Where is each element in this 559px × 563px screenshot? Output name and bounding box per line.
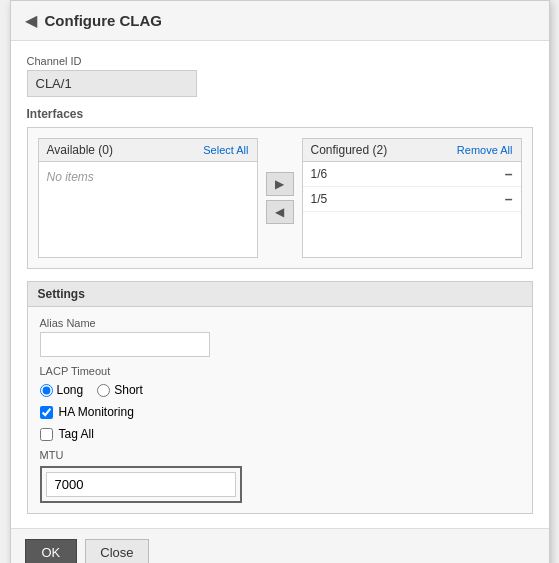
settings-section: Settings Alias Name LACP Timeout Long Sh…: [27, 281, 533, 514]
lacp-long-radio[interactable]: [40, 384, 53, 397]
ha-monitoring-text: HA Monitoring: [59, 405, 134, 419]
settings-body: Alias Name LACP Timeout Long Short: [28, 307, 532, 513]
ok-button[interactable]: OK: [25, 539, 78, 563]
close-button[interactable]: Close: [85, 539, 148, 563]
configured-item-name: 1/6: [311, 167, 328, 181]
select-all-button[interactable]: Select All: [203, 144, 248, 156]
configured-item-name: 1/5: [311, 192, 328, 206]
dialog-header: ◀ Configure CLAG: [11, 1, 549, 41]
remove-all-button[interactable]: Remove All: [457, 144, 513, 156]
configured-items-list: 1/6 – 1/5 –: [303, 162, 521, 212]
tag-all-label[interactable]: Tag All: [40, 427, 520, 441]
lacp-short-radio-label[interactable]: Short: [97, 383, 143, 397]
available-panel-body: No items: [39, 162, 257, 252]
lacp-long-label: Long: [57, 383, 84, 397]
configure-clag-dialog: ◀ Configure CLAG Channel ID Interfaces A…: [10, 0, 550, 563]
configured-item-remove[interactable]: –: [505, 191, 513, 207]
interfaces-container: Available (0) Select All No items ▶ ◀ Co…: [27, 127, 533, 269]
no-items-text: No items: [47, 170, 94, 184]
mtu-input-wrapper: [40, 466, 242, 503]
transfer-buttons: ▶ ◀: [266, 172, 294, 224]
lacp-timeout-radio-group: Long Short: [40, 383, 520, 397]
ha-monitoring-checkbox[interactable]: [40, 406, 53, 419]
available-panel: Available (0) Select All No items: [38, 138, 258, 258]
configured-item: 1/5 –: [303, 187, 521, 212]
alias-name-label: Alias Name: [40, 317, 520, 329]
tag-all-text: Tag All: [59, 427, 94, 441]
dialog-footer: OK Close: [11, 528, 549, 563]
available-panel-title: Available (0): [47, 143, 113, 157]
lacp-long-radio-label[interactable]: Long: [40, 383, 84, 397]
mtu-label: MTU: [40, 449, 520, 461]
dialog-body: Channel ID Interfaces Available (0) Sele…: [11, 41, 549, 528]
configured-panel-header: Configured (2) Remove All: [303, 139, 521, 162]
configured-item-remove[interactable]: –: [505, 166, 513, 182]
lacp-timeout-label: LACP Timeout: [40, 365, 520, 377]
ha-monitoring-label[interactable]: HA Monitoring: [40, 405, 520, 419]
transfer-left-button[interactable]: ◀: [266, 200, 294, 224]
settings-header: Settings: [28, 282, 532, 307]
interfaces-label: Interfaces: [27, 107, 533, 121]
configured-panel-title: Configured (2): [311, 143, 388, 157]
configured-panel: Configured (2) Remove All 1/6 – 1/5 –: [302, 138, 522, 258]
configured-item: 1/6 –: [303, 162, 521, 187]
channel-id-input[interactable]: [27, 70, 197, 97]
channel-id-label: Channel ID: [27, 55, 533, 67]
mtu-input[interactable]: [46, 472, 236, 497]
lacp-short-radio[interactable]: [97, 384, 110, 397]
tag-all-checkbox[interactable]: [40, 428, 53, 441]
transfer-right-button[interactable]: ▶: [266, 172, 294, 196]
dialog-title: Configure CLAG: [45, 12, 163, 29]
back-button[interactable]: ◀: [25, 11, 37, 30]
available-panel-header: Available (0) Select All: [39, 139, 257, 162]
alias-name-input[interactable]: [40, 332, 210, 357]
lacp-short-label: Short: [114, 383, 143, 397]
